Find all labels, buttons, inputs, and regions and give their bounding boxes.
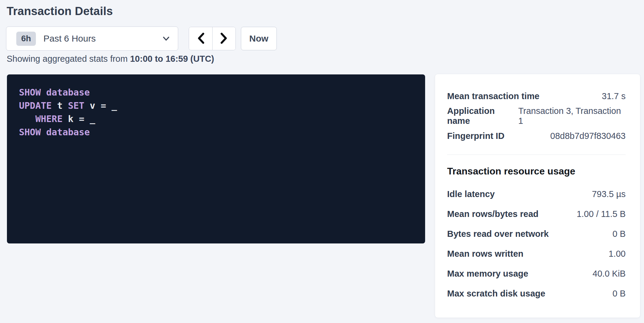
sql-token: [106, 100, 112, 111]
resource-usage-heading: Transaction resource usage: [447, 166, 626, 177]
sql-token: t: [57, 100, 62, 111]
summary-row: Max scratch disk usage0 B: [447, 284, 626, 303]
sql-token: k: [68, 114, 74, 124]
summary-row: Application nameTransaction 3, Transacti…: [447, 106, 626, 126]
sql-token: [74, 114, 79, 124]
sql-token: _: [112, 100, 117, 111]
summary-row-value: 793.5 µs: [592, 189, 626, 199]
summary-row-value: 1.00: [609, 249, 626, 259]
sql-code-line: UPDATE t SET v = _: [19, 99, 416, 112]
subtitle-time-range: 10:00 to 16:59 (UTC): [130, 54, 214, 64]
summary-row-label: Idle latency: [447, 189, 495, 199]
sql-token: =: [79, 114, 84, 124]
summary-row-value: 1.00 / 11.5 B: [577, 209, 626, 219]
chevron-down-icon: [163, 36, 169, 41]
sql-token: [41, 87, 46, 98]
sql-token: [63, 114, 68, 124]
time-picker-controls: 6h Past 6 Hours Now: [6, 27, 277, 51]
sql-token: =: [101, 100, 106, 111]
sql-code-line: SHOW database: [19, 126, 416, 139]
sql-token: WHERE: [35, 114, 62, 124]
summary-resource-rows: Idle latency793.5 µsMean rows/bytes read…: [447, 184, 626, 303]
summary-top-rows: Mean transaction time31.7 sApplication n…: [447, 86, 626, 146]
summary-row-value: 08d8b7d97f830463: [550, 131, 626, 141]
time-range-label: Past 6 Hours: [43, 33, 96, 44]
sql-token: [63, 100, 68, 111]
summary-row: Mean rows written1.00: [447, 244, 626, 264]
sql-token: [41, 127, 46, 137]
summary-row-value: 40.0 KiB: [592, 269, 626, 279]
summary-row-value: 0 B: [612, 229, 626, 239]
summary-row: Idle latency793.5 µs: [447, 184, 626, 204]
summary-row-label: Bytes read over network: [447, 229, 549, 239]
chevron-left-icon: [197, 32, 205, 45]
summary-row-label: Fingerprint ID: [447, 131, 504, 141]
sql-token: SHOW: [19, 87, 41, 98]
sql-token: database: [46, 127, 90, 137]
next-time-button[interactable]: [212, 27, 235, 50]
subtitle-prefix: Showing aggregated stats from: [7, 54, 130, 64]
card-divider: [447, 155, 626, 155]
summary-row-label: Mean transaction time: [447, 91, 539, 101]
summary-row: Mean transaction time31.7 s: [447, 86, 626, 106]
sql-code-line: WHERE k = _: [19, 112, 416, 126]
sql-token: UPDATE: [19, 100, 52, 111]
chevron-right-icon: [220, 32, 228, 45]
time-range-badge: 6h: [16, 32, 36, 46]
prev-time-button[interactable]: [189, 27, 212, 50]
now-button[interactable]: Now: [241, 27, 277, 50]
sql-token: [84, 114, 90, 124]
sql-token: v: [90, 100, 95, 111]
sql-token: SET: [68, 100, 84, 111]
summary-row: Bytes read over network0 B: [447, 224, 626, 244]
summary-row: Fingerprint ID08d8b7d97f830463: [447, 126, 626, 146]
summary-row-label: Mean rows written: [447, 249, 523, 259]
sql-token: [84, 100, 90, 111]
sql-code-line: SHOW database: [19, 86, 416, 99]
summary-row-value: Transaction 3, Transaction 1: [518, 106, 626, 126]
aggregated-stats-subtitle: Showing aggregated stats from 10:00 to 1…: [7, 54, 214, 64]
sql-token: [19, 114, 35, 124]
sql-token: [52, 100, 57, 111]
summary-row: Max memory usage40.0 KiB: [447, 264, 626, 284]
summary-row-value: 0 B: [612, 289, 626, 299]
page-title: Transaction Details: [7, 5, 113, 18]
sql-token: database: [46, 87, 90, 98]
summary-row-label: Max scratch disk usage: [447, 289, 545, 299]
summary-row-label: Application name: [447, 106, 518, 126]
sql-token: [95, 100, 101, 111]
summary-row-label: Max memory usage: [447, 269, 528, 279]
summary-row-value: 31.7 s: [602, 91, 626, 101]
time-range-select[interactable]: 6h Past 6 Hours: [6, 27, 178, 51]
sql-token: _: [90, 114, 95, 124]
time-nav-group: [189, 27, 236, 50]
summary-row: Mean rows/bytes read1.00 / 11.5 B: [447, 204, 626, 224]
sql-statement-box: SHOW databaseUPDATE t SET v = _ WHERE k …: [7, 74, 425, 243]
summary-row-label: Mean rows/bytes read: [447, 209, 538, 219]
transaction-summary-card: Mean transaction time31.7 sApplication n…: [435, 74, 640, 318]
sql-token: SHOW: [19, 127, 41, 137]
